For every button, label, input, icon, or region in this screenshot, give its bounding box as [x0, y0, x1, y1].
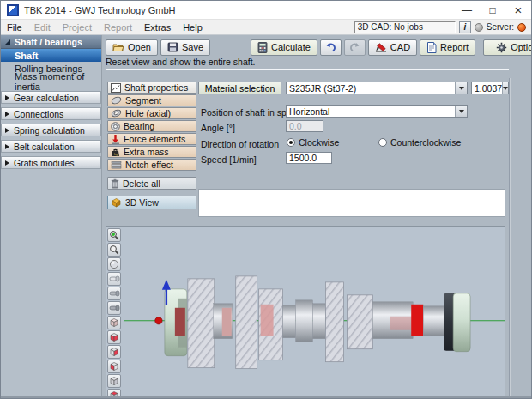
- bearing-icon: [111, 122, 120, 131]
- module-sidebar: Shaft / bearings Shaft Rolling bearings …: [1, 35, 102, 396]
- notch-effect-button[interactable]: Notch effect: [107, 159, 196, 171]
- position-combo[interactable]: Horizontal: [286, 105, 468, 118]
- 3d-view-button[interactable]: 3D View: [107, 196, 196, 209]
- radio-dot-icon: [287, 138, 295, 147]
- chevron-down-icon[interactable]: [502, 82, 508, 94]
- shaft-view-1-button[interactable]: [107, 272, 121, 286]
- zoom-button[interactable]: [107, 243, 121, 257]
- shaft-3d-render[interactable]: [124, 227, 505, 396]
- close-button[interactable]: ×: [505, 1, 531, 20]
- maximize-button[interactable]: □: [480, 1, 505, 20]
- speed-input[interactable]: 1500.0: [286, 152, 332, 164]
- orbit-button[interactable]: [107, 257, 121, 271]
- shaft-view-3-button[interactable]: [107, 301, 121, 315]
- app-window: TBK 2014 - GWJ Technology GmbH — □ × Fil…: [0, 0, 532, 399]
- cad-status-led: [475, 23, 483, 32]
- 3d-viewport[interactable]: [106, 226, 505, 396]
- open-button[interactable]: Open: [106, 39, 158, 56]
- rotation-counterclockwise-radio[interactable]: Counterclockwise: [378, 137, 461, 148]
- hole-axial-button[interactable]: Hole (axial): [107, 107, 196, 119]
- angle-input: 0.0: [286, 120, 323, 132]
- cube-left-red-button[interactable]: [107, 360, 121, 373]
- cad-button[interactable]: CAD: [368, 39, 417, 56]
- sidebar-section-shaft-bearings[interactable]: Shaft / bearings: [1, 35, 101, 49]
- viewport-toolbar: [107, 228, 123, 396]
- cube-front-red-icon: [109, 332, 119, 342]
- bearing-button[interactable]: Bearing: [107, 120, 196, 132]
- shaft-view-2-icon: [109, 290, 120, 297]
- redo-icon: [348, 42, 361, 52]
- cube-right-red-icon: [109, 347, 119, 357]
- undo-icon: [324, 42, 337, 52]
- sidebar-section-gratis-modules[interactable]: Gratis modules: [1, 156, 101, 169]
- cube-iso-icon: [109, 317, 119, 328]
- minimize-button[interactable]: —: [454, 1, 480, 20]
- menu-report: Report: [98, 20, 138, 35]
- sidebar-section-connections[interactable]: Connections: [1, 107, 101, 120]
- calculate-button[interactable]: Calculate: [251, 39, 317, 56]
- window-title: TBK 2014 - GWJ Technology GmbH: [24, 5, 454, 15]
- report-button[interactable]: Report: [420, 39, 475, 56]
- extra-mass-button[interactable]: kg Extra mass: [107, 146, 196, 158]
- menu-file[interactable]: File: [1, 20, 28, 35]
- cube-left-red-icon: [109, 361, 119, 372]
- panel-divider: [509, 78, 511, 396]
- status-hint: Reset view and show the entire shaft.: [106, 57, 509, 70]
- menu-help[interactable]: Help: [177, 20, 209, 35]
- sidebar-item-shaft[interactable]: Shaft: [1, 49, 101, 62]
- title-bar: TBK 2014 - GWJ Technology GmbH — □ ×: [1, 1, 531, 20]
- angle-label: Angle [°]: [201, 123, 235, 133]
- window-bottom-border: [1, 396, 531, 398]
- sidebar-item-mass-moment[interactable]: Mass moment of inertia: [1, 75, 101, 88]
- cube-front-red-button[interactable]: [107, 330, 121, 344]
- options-gear-icon: [496, 42, 507, 53]
- shaft-element-buttons: Shaft properties Segment Hole (axial) Be…: [107, 82, 196, 210]
- shaft-view-3-icon: [109, 305, 120, 311]
- undo-button[interactable]: [320, 39, 342, 56]
- cube-top-red-icon: [109, 390, 119, 396]
- server-label: Server:: [487, 22, 514, 32]
- options-button[interactable]: Options: [483, 39, 532, 56]
- info-button[interactable]: i: [459, 21, 471, 33]
- redo-button: [344, 39, 366, 56]
- sidebar-section-spring-calculation[interactable]: Spring calculation: [1, 124, 101, 136]
- save-floppy-icon: [167, 42, 178, 52]
- segment-button[interactable]: Segment: [107, 94, 196, 106]
- save-button[interactable]: Save: [160, 39, 210, 56]
- shaft-view-2-button[interactable]: [107, 287, 121, 300]
- gear-4: [325, 282, 343, 362]
- cube-iso-button[interactable]: [107, 316, 121, 329]
- gear-1: [188, 279, 215, 368]
- main-toolbar: Open Save Calculate CAD Report Options: [106, 39, 532, 56]
- force-elements-button[interactable]: Force elements: [107, 133, 196, 145]
- cube-plain-button[interactable]: [107, 374, 121, 388]
- cube-top-red-button[interactable]: [107, 389, 121, 396]
- material-number-combo[interactable]: 1.0037: [471, 82, 509, 94]
- svg-text:kg: kg: [114, 152, 118, 156]
- mass-weight-icon: kg: [111, 148, 120, 157]
- rotation-clockwise-radio[interactable]: Clockwise: [287, 137, 339, 148]
- rotation-label: Direction of rotation: [201, 139, 279, 149]
- shaft-properties-button[interactable]: Shaft properties: [107, 82, 196, 94]
- zoom-fit-button[interactable]: [107, 228, 121, 242]
- sidebar-section-belt-calculation[interactable]: Belt calculation: [1, 140, 101, 153]
- cad-pencil-icon: [375, 42, 387, 52]
- section-expanded-icon: [5, 39, 10, 45]
- material-selection-button[interactable]: Material selection: [198, 82, 281, 94]
- menu-extras[interactable]: Extras: [138, 20, 177, 35]
- trash-icon: [111, 178, 119, 189]
- origin-point: [155, 317, 162, 324]
- calculator-icon: [257, 42, 268, 53]
- speed-label: Speed [1/min]: [201, 154, 257, 165]
- material-combo[interactable]: S235JR (St37-2): [286, 82, 468, 94]
- cube-right-red-button[interactable]: [107, 345, 121, 359]
- sidebar-section-gear-calculation[interactable]: Gear calculation: [1, 91, 101, 104]
- chevron-down-icon[interactable]: [455, 106, 467, 117]
- gear-2: [236, 276, 257, 369]
- section-collapsed-icon: [5, 160, 9, 166]
- app-logo-icon: [7, 4, 19, 16]
- menu-project: Project: [57, 20, 98, 35]
- shaft-view-1-icon: [109, 275, 120, 282]
- chevron-down-icon[interactable]: [455, 82, 467, 94]
- delete-all-button[interactable]: Delete all: [107, 177, 196, 190]
